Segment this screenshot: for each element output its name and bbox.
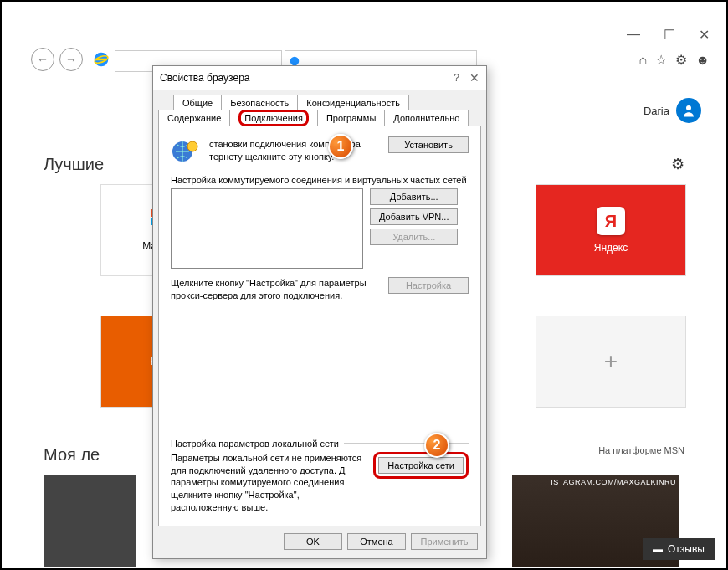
back-button[interactable]: ←: [31, 48, 54, 71]
gear-icon[interactable]: ⚙: [675, 52, 687, 68]
connections-listbox[interactable]: [171, 188, 363, 269]
platform-label: На платформе MSN: [598, 445, 684, 455]
svg-point-3: [686, 105, 691, 110]
connections-panel: становки подключения компьютера тернету …: [158, 126, 481, 526]
tab-content[interactable]: Содержание: [158, 110, 230, 126]
nav-bar: ← →: [31, 48, 110, 71]
user-name: Daria: [643, 105, 669, 117]
ok-button[interactable]: OK: [284, 533, 342, 550]
internet-options-dialog: Свойства браузера ? ✕ Общие Безопасность…: [152, 65, 487, 559]
dialog-help-button[interactable]: ?: [454, 72, 459, 84]
globe-wizard-icon: [171, 136, 201, 167]
connection-settings-button: Настройка: [388, 277, 469, 294]
home-icon[interactable]: ⌂: [638, 53, 647, 68]
chat-icon: ▬: [653, 543, 663, 555]
tab-security[interactable]: Безопасность: [221, 95, 298, 110]
avatar: [676, 98, 701, 123]
dialog-titlebar: Свойства браузера ? ✕: [153, 66, 486, 90]
close-button[interactable]: ✕: [699, 27, 710, 43]
dialog-footer: OK Отмена Применить: [153, 526, 486, 558]
maximize-button[interactable]: ☐: [664, 27, 675, 43]
svg-point-5: [187, 141, 197, 151]
callout-1: 1: [328, 134, 353, 159]
tab-general[interactable]: Общие: [173, 95, 222, 110]
setup-button[interactable]: Установить: [388, 136, 469, 153]
dialog-close-button[interactable]: ✕: [469, 71, 479, 85]
callout-2: 2: [424, 433, 449, 458]
tile-add[interactable]: +: [536, 316, 686, 408]
heading-best: Лучшие: [44, 155, 104, 174]
lan-button-highlight: Настройка сети: [373, 452, 469, 479]
tab-advanced[interactable]: Дополнительно: [384, 110, 469, 126]
window-controls: — ☐ ✕: [627, 27, 710, 43]
dialog-tabs: Общие Безопасность Конфиденциальность Со…: [153, 90, 486, 126]
favorites-icon[interactable]: ☆: [655, 52, 667, 68]
cancel-button[interactable]: Отмена: [347, 533, 406, 550]
tile-yandex[interactable]: Я Яндекс: [536, 184, 686, 276]
minimize-button[interactable]: —: [627, 27, 640, 43]
feedback-button[interactable]: ▬ Отзывы: [643, 538, 715, 560]
tab-privacy[interactable]: Конфиденциальность: [297, 95, 409, 110]
user-badge[interactable]: Daria: [643, 98, 701, 123]
dialup-group-label: Настройка коммутируемого соединения и ви…: [171, 175, 469, 185]
feed-thumbnail[interactable]: [44, 475, 136, 567]
ie-logo-icon: [93, 51, 110, 68]
svg-point-2: [290, 57, 300, 66]
tab-connections-highlight: Подключения: [238, 110, 309, 126]
lan-text: Параметры локальной сети не применяются …: [171, 452, 365, 514]
tile-label: Яндекс: [594, 242, 628, 254]
remove-button: Удалить...: [370, 229, 458, 245]
add-button[interactable]: Добавить...: [370, 188, 458, 205]
plus-icon: +: [604, 348, 618, 375]
forward-button[interactable]: →: [59, 48, 83, 71]
dialog-title: Свойства браузера: [160, 72, 454, 84]
feedback-label: Отзывы: [668, 543, 705, 555]
feed-caption: ISTAGRAM.COM/MAXGALKINRU: [551, 478, 676, 486]
heading-feed: Моя ле: [44, 445, 100, 465]
yandex-logo-icon: Я: [597, 207, 625, 235]
smiley-icon[interactable]: ☻: [695, 53, 710, 68]
add-vpn-button[interactable]: Добавить VPN...: [370, 208, 458, 225]
lan-settings-button[interactable]: Настройка сети: [378, 457, 464, 474]
setup-text: становки подключения компьютера тернету …: [209, 136, 380, 163]
apply-button: Применить: [411, 533, 478, 550]
tab-connections[interactable]: Подключения: [229, 110, 318, 126]
toolbar-right: ⌂ ☆ ⚙ ☻: [638, 52, 710, 68]
content-gear-icon[interactable]: ⚙: [671, 155, 684, 173]
proxy-hint: Щелкните кнопку "Настройка" для параметр…: [171, 277, 382, 302]
tab-programs[interactable]: Программы: [317, 110, 385, 126]
